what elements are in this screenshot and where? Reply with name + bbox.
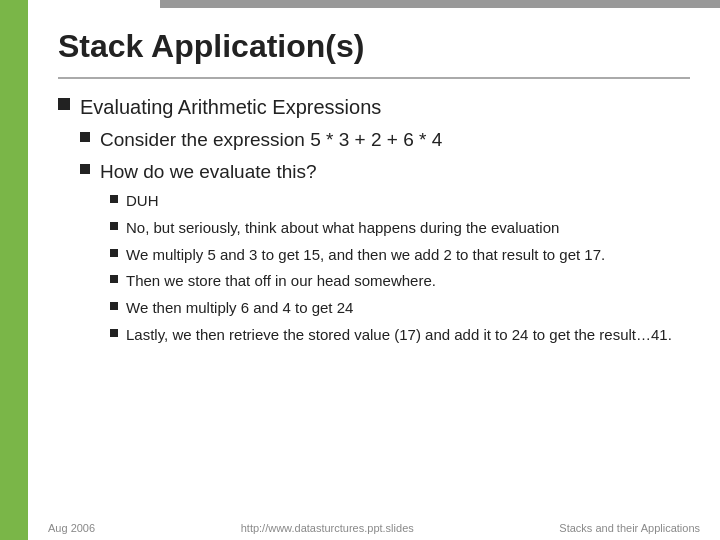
top-bullet-item: Evaluating Arithmetic Expressions [58,93,690,121]
top-bullet-icon [58,98,70,110]
sub-bullet-icon-0 [80,132,90,142]
sub-bullet-text-1: How do we evaluate this? [100,159,317,186]
third-bullet-text-0: DUH [126,190,159,212]
title-divider [58,77,690,79]
sub-bullets-container: Consider the expression 5 * 3 + 2 + 6 * … [80,127,690,185]
footer-center: http://www.datasturctures.ppt.slides [241,522,414,534]
slide-content: Stack Application(s) Evaluating Arithmet… [28,0,720,540]
third-bullet-text-5: Lastly, we then retrieve the stored valu… [126,324,672,346]
sub-bullet-item-0: Consider the expression 5 * 3 + 2 + 6 * … [80,127,690,154]
third-bullet-text-4: We then multiply 6 and 4 to get 24 [126,297,353,319]
third-bullet-item-5: Lastly, we then retrieve the stored valu… [110,324,690,346]
sub-bullet-icon-1 [80,164,90,174]
third-bullets-container: DUH No, but seriously, think about what … [110,190,690,346]
sub-bullet-text-0: Consider the expression 5 * 3 + 2 + 6 * … [100,127,442,154]
footer-left: Aug 2006 [48,522,95,534]
third-bullet-item-2: We multiply 5 and 3 to get 15, and then … [110,244,690,266]
third-bullet-text-1: No, but seriously, think about what happ… [126,217,559,239]
footer: Aug 2006 http://www.datasturctures.ppt.s… [28,522,720,534]
third-bullet-icon-0 [110,195,118,203]
third-bullet-item-4: We then multiply 6 and 4 to get 24 [110,297,690,319]
third-bullet-icon-4 [110,302,118,310]
slide-title: Stack Application(s) [58,28,690,65]
third-bullet-item-3: Then we store that off in our head somew… [110,270,690,292]
top-bullet-text: Evaluating Arithmetic Expressions [80,93,381,121]
footer-right: Stacks and their Applications [559,522,700,534]
third-bullet-text-2: We multiply 5 and 3 to get 15, and then … [126,244,605,266]
sub-bullet-item-1: How do we evaluate this? [80,159,690,186]
third-bullet-text-3: Then we store that off in our head somew… [126,270,436,292]
left-accent [0,0,28,540]
third-bullet-icon-3 [110,275,118,283]
third-bullet-icon-5 [110,329,118,337]
third-bullet-item-1: No, but seriously, think about what happ… [110,217,690,239]
third-bullet-icon-1 [110,222,118,230]
third-bullet-icon-2 [110,249,118,257]
third-bullet-item-0: DUH [110,190,690,212]
